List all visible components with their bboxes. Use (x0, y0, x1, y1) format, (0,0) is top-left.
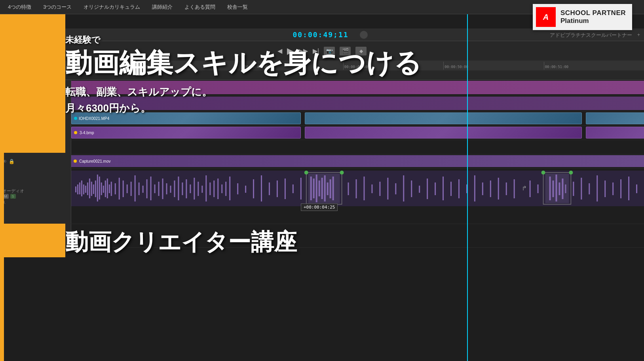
svg-rect-3 (79, 182, 80, 194)
svg-point-112 (304, 171, 308, 175)
adobe-partner-text: アドビプラチナスクールパートナー (550, 32, 632, 39)
export-icon[interactable]: 🎬 (340, 47, 351, 55)
audio-label-left: オーディオ (2, 188, 68, 194)
svg-rect-33 (166, 183, 167, 194)
track-a1-lock[interactable]: 🔒 (9, 159, 15, 164)
track-empty-1: 👁 🔒 (0, 140, 644, 154)
waveform-svg: ↱ (71, 171, 644, 206)
camera-icon[interactable]: 📷 (324, 47, 335, 55)
nav-instructors[interactable]: 講師紹介 (152, 4, 173, 11)
svg-rect-61 (310, 177, 312, 200)
svg-rect-43 (205, 175, 207, 201)
marker-icon[interactable]: ◆ (355, 47, 367, 55)
toolbar-area: ⬛ ⊞ 00:00:49;11 + ◀ ▶ ▶▶ ▶| 📷 🎬 ◆ (0, 28, 644, 80)
svg-rect-102 (565, 184, 566, 193)
svg-rect-62 (313, 179, 315, 198)
svg-rect-95 (530, 180, 531, 197)
solo-btn[interactable]: S (10, 194, 16, 199)
svg-rect-12 (97, 175, 98, 201)
svg-rect-105 (589, 183, 590, 194)
audio-clip-label: Capture0021.mov (79, 159, 111, 163)
svg-rect-111 (636, 184, 637, 193)
svg-rect-55 (277, 180, 278, 197)
svg-rect-34 (170, 186, 171, 193)
svg-rect-84 (458, 179, 460, 198)
svg-rect-23 (127, 184, 128, 193)
orange-block-top (4, 14, 65, 153)
svg-rect-10 (93, 184, 94, 194)
waveform-track: オーディオ M S 0. (0, 169, 644, 224)
svg-rect-40 (194, 178, 195, 200)
svg-rect-13 (99, 177, 100, 200)
v2-purple-bar (71, 97, 644, 110)
svg-rect-22 (123, 180, 124, 197)
svg-rect-109 (620, 179, 621, 198)
svg-rect-21 (119, 178, 120, 200)
svg-rect-30 (154, 184, 156, 193)
svg-rect-27 (142, 186, 144, 193)
play-icon[interactable]: ▶ (287, 46, 294, 56)
toolbar-top: ⬛ ⊞ 00:00:49;11 + (0, 28, 644, 41)
svg-point-115 (569, 171, 573, 175)
playhead (467, 14, 468, 361)
image-clip-1[interactable]: 3-4.bmp (71, 127, 301, 139)
video-clip-1b[interactable] (305, 112, 582, 124)
svg-rect-64 (319, 180, 320, 196)
svg-rect-69 (332, 177, 334, 200)
svg-rect-110 (628, 177, 629, 200)
timeline-ruler: 00:00:47:00 00:00:48:00 00:00:49:00 00:0… (0, 61, 644, 70)
track-v1b-content: 3-4.bmp (71, 126, 644, 140)
svg-rect-86 (474, 175, 475, 201)
nav-courses[interactable]: 3つのコース (43, 4, 72, 11)
svg-rect-73 (371, 184, 372, 193)
nav-faq[interactable]: よくある質問 (184, 4, 215, 11)
track-v1-content: IOHDX0021.MP4 (71, 112, 644, 125)
nav-features[interactable]: 4つの特徴 (8, 4, 31, 11)
nav-curriculum[interactable]: オリジナルカリキュラム (84, 4, 140, 11)
svg-rect-83 (450, 182, 452, 196)
svg-rect-96 (538, 184, 539, 193)
track-audio-1-header: 👁 🔒 Capture0021.mov (0, 154, 644, 169)
svg-rect-25 (135, 175, 136, 201)
svg-rect-9 (91, 182, 92, 196)
svg-rect-8 (89, 179, 90, 198)
svg-rect-97 (549, 177, 551, 200)
svg-rect-35 (174, 180, 175, 197)
image-clip-1b[interactable] (305, 127, 582, 139)
svg-rect-80 (427, 179, 428, 199)
svg-point-114 (541, 171, 545, 175)
svg-rect-1 (75, 186, 76, 192)
svg-rect-58 (300, 178, 302, 200)
svg-rect-66 (324, 175, 326, 201)
svg-rect-71 (356, 179, 357, 198)
svg-rect-29 (150, 177, 152, 200)
video-clip-1c[interactable] (586, 112, 644, 124)
svg-rect-56 (285, 179, 286, 199)
svg-rect-36 (178, 177, 179, 200)
svg-rect-78 (411, 180, 412, 197)
svg-rect-7 (87, 182, 88, 195)
svg-rect-57 (293, 184, 294, 193)
svg-rect-67 (327, 182, 329, 195)
timeline-background: ⬛ ⊞ 00:00:49;11 + ◀ ▶ ▶▶ ▶| 📷 🎬 ◆ (0, 14, 644, 361)
svg-rect-72 (363, 177, 365, 200)
svg-rect-49 (229, 177, 230, 200)
svg-rect-77 (403, 175, 404, 201)
back-icon[interactable]: ◀ (277, 47, 282, 55)
video-clip-1[interactable]: IOHDX0021.MP4 (71, 112, 301, 124)
timecode-display: 00:00:49;11 (293, 30, 348, 39)
svg-rect-106 (597, 175, 598, 201)
svg-rect-24 (131, 182, 132, 196)
svg-rect-4 (81, 180, 82, 196)
track-controls: M S (2, 194, 68, 199)
svg-rect-26 (139, 182, 140, 195)
svg-rect-18 (109, 184, 110, 193)
image-clip-1c[interactable] (586, 127, 644, 139)
settings-icon[interactable] (360, 31, 368, 39)
svg-text:↱: ↱ (522, 185, 527, 192)
nav-locations[interactable]: 校舎一覧 (227, 4, 248, 11)
forward-icon[interactable]: ▶▶ (298, 47, 308, 55)
waveform-header: オーディオ M S 0. (0, 169, 71, 224)
step-forward-icon[interactable]: ▶| (313, 47, 319, 55)
audio-clip-bar: Capture0021.mov (71, 155, 644, 167)
